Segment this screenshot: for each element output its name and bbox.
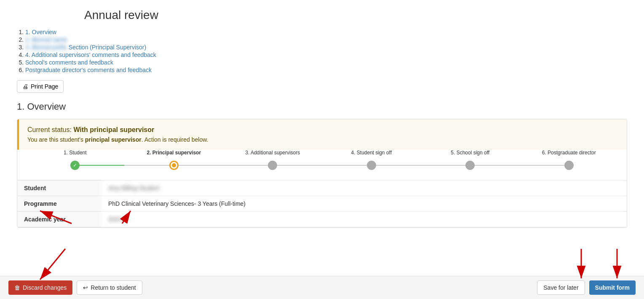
step-label-1: 1. Student [26, 150, 125, 156]
nav-link-5[interactable]: School's comments and feedback [25, 59, 113, 66]
step-circle-5 [465, 161, 475, 170]
step-label-2: 2. Principal supervisor [125, 150, 224, 156]
academic-year-value: 2023 [102, 212, 627, 227]
nav-link-1[interactable]: 1. Overview [25, 29, 56, 35]
programme-value: PhD Clinical Veterinary Sciences- 3 Year… [102, 196, 627, 212]
nav-item-3: 3. Blurred prefix Section (Principal Sup… [25, 44, 627, 51]
nav-item-1: 1. Overview [25, 29, 627, 35]
table-row-programme: Programme PhD Clinical Veterinary Scienc… [17, 196, 627, 212]
info-table: Student Amy Billing Student Programme Ph… [17, 180, 627, 227]
table-row-student: Student Amy Billing Student [17, 180, 627, 196]
discard-changes-button[interactable]: 🗑 Discard changes [8, 280, 72, 295]
footer-right: Save for later Submit form [537, 280, 636, 295]
academic-year-label: Academic year [17, 212, 102, 227]
step-circle-4 [367, 161, 376, 170]
status-value: With principal supervisor [73, 126, 154, 133]
sub-bold: principal supervisor [85, 136, 142, 143]
return-icon: ↩ [83, 284, 88, 291]
step-label-4: 4. Student sign off [322, 150, 421, 156]
sub-text-start: You are this student's [27, 136, 85, 143]
page-title: Annual review [84, 8, 627, 22]
trash-icon: 🗑 [14, 284, 20, 291]
programme-label: Programme [17, 196, 102, 212]
steps-wrapper: 1. Student 2. Principal supervisor 3. Ad… [26, 150, 618, 172]
page-wrapper: Annual review 1. Overview 2. Blurred nam… [0, 0, 644, 299]
print-button[interactable]: 🖨 Print Page [17, 80, 64, 93]
nav-links: 1. Overview 2. Blurred name 3. Blurred p… [17, 29, 627, 73]
student-value: Amy Billing Student [102, 180, 627, 196]
footer-left: 🗑 Discard changes ↩ Return to student [8, 280, 142, 295]
nav-link-6[interactable]: Postgraduate director's comments and fee… [25, 67, 152, 73]
return-to-student-button[interactable]: ↩ Return to student [77, 280, 142, 295]
nav-item-6: Postgraduate director's comments and fee… [25, 67, 627, 73]
nav-link-2[interactable]: 2. Blurred name [25, 36, 67, 43]
nav-item-5: School's comments and feedback [25, 59, 627, 66]
nav-link-3[interactable]: 3. Blurred prefix Section (Principal Sup… [25, 44, 146, 51]
steps-circles-row: ✓ [26, 159, 618, 172]
status-line: Current status: With principal superviso… [27, 126, 618, 134]
status-prefix: Current status: [27, 126, 73, 133]
progress-steps-container: 1. Student 2. Principal supervisor 3. Ad… [17, 150, 627, 180]
nav-item-4: 4. Additional supervisors' comments and … [25, 51, 627, 58]
print-button-label: Print Page [31, 83, 58, 90]
return-label: Return to student [91, 284, 136, 291]
nav-item-2: 2. Blurred name [25, 36, 627, 43]
status-banner: Current status: With principal superviso… [17, 119, 627, 150]
step-label-5: 5. School sign off [421, 150, 520, 156]
main-content: Annual review 1. Overview 2. Blurred nam… [0, 0, 644, 276]
submit-form-button[interactable]: Submit form [589, 280, 636, 295]
submit-label: Submit form [595, 284, 630, 291]
step-circle-6 [564, 161, 574, 170]
discard-label: Discard changes [23, 284, 67, 291]
overview-section-title: 1. Overview [17, 101, 627, 112]
printer-icon: 🖨 [22, 83, 28, 90]
step-circle-3 [268, 161, 277, 170]
footer-bar: 🗑 Discard changes ↩ Return to student Sa… [0, 276, 644, 299]
steps-labels-row: 1. Student 2. Principal supervisor 3. Ad… [26, 150, 618, 156]
sub-text-end: . Action is required below. [142, 136, 208, 143]
step-label-3: 3. Additional supervisors [223, 150, 322, 156]
overview-card: Current status: With principal superviso… [17, 119, 627, 228]
save-for-later-button[interactable]: Save for later [537, 280, 585, 295]
table-row-academic-year: Academic year 2023 [17, 212, 627, 227]
status-sub-line: You are this student's principal supervi… [27, 136, 618, 143]
step-circle-1: ✓ [70, 161, 80, 170]
nav-link-4[interactable]: 4. Additional supervisors' comments and … [25, 51, 156, 58]
step-label-6: 6. Postgraduate director [520, 150, 619, 156]
step-circle-2 [169, 161, 179, 170]
save-label: Save for later [543, 284, 578, 291]
student-label: Student [17, 180, 102, 196]
